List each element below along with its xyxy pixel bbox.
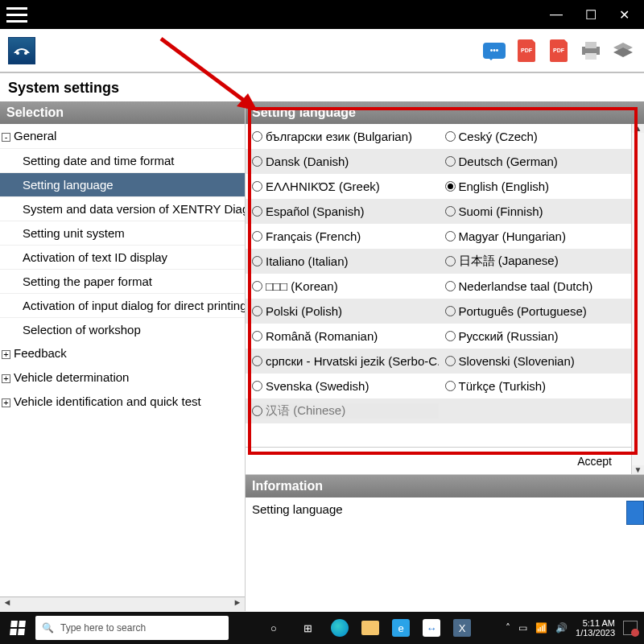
- tree-label: Vehicle determination: [14, 370, 129, 384]
- tree-vehicle-quick[interactable]: +Vehicle identification and quick test: [0, 390, 245, 414]
- language-option[interactable]: Magyar (Hungarian): [439, 229, 632, 243]
- stack-icon[interactable]: [610, 38, 636, 64]
- radio-icon: [445, 206, 456, 217]
- language-label: Ceský (Czech): [459, 130, 538, 143]
- collapse-icon[interactable]: -: [2, 133, 10, 142]
- language-row: Polski (Polish)Português (Portuguese): [246, 299, 631, 324]
- svg-marker-6: [613, 47, 633, 57]
- expand-icon[interactable]: +: [2, 374, 10, 383]
- language-option[interactable]: Deutsch (German): [439, 155, 632, 168]
- taskbar-search[interactable]: 🔍 Type here to search: [35, 616, 229, 640]
- language-option[interactable]: Slovenski (Slovenian): [439, 354, 632, 368]
- language-option[interactable]: Română (Romanian): [246, 329, 439, 343]
- maximize-button[interactable]: ☐: [585, 7, 597, 23]
- edge-icon[interactable]: [331, 619, 349, 637]
- language-row: български език (Bulgarian)Ceský (Czech): [246, 124, 631, 149]
- language-option[interactable]: Svenska (Swedish): [246, 379, 439, 393]
- language-option[interactable]: Polski (Polish): [246, 304, 439, 318]
- selection-header: Selection: [0, 101, 245, 124]
- setting-language-header: Setting language: [246, 101, 644, 124]
- scroll-left-icon[interactable]: ◄: [0, 597, 14, 611]
- language-label: Slovenski (Slovenian): [459, 354, 575, 368]
- explorer-icon[interactable]: [361, 621, 379, 635]
- language-option[interactable]: Italiano (Italian): [246, 254, 439, 268]
- language-label: Deutsch (German): [459, 155, 558, 168]
- language-label: Português (Portuguese): [459, 304, 587, 318]
- radio-icon: [445, 156, 456, 167]
- tree-label: General: [14, 129, 56, 142]
- language-option[interactable]: □□□ (Korean): [246, 279, 439, 293]
- language-option[interactable]: Nederlandse taal (Dutch): [439, 279, 632, 293]
- language-option[interactable]: Français (French): [246, 229, 439, 243]
- language-option[interactable]: Türkçe (Turkish): [439, 379, 632, 393]
- scroll-up-icon[interactable]: ▲: [634, 124, 642, 133]
- radio-icon: [445, 381, 456, 391]
- notifications-icon[interactable]: [623, 621, 638, 635]
- pdf-print-icon[interactable]: PDF: [546, 38, 572, 64]
- language-label: ΕΛΛΗΝΙΚΌΣ (Greek): [266, 180, 380, 193]
- tree-item[interactable]: Setting date and time format: [0, 148, 245, 172]
- xentry-icon[interactable]: X: [453, 619, 471, 637]
- scroll-right-icon[interactable]: ►: [230, 597, 245, 611]
- tree-general[interactable]: -General: [0, 124, 245, 148]
- remote-widget[interactable]: [626, 501, 644, 525]
- radio-icon: [252, 356, 262, 366]
- network-icon[interactable]: 📶: [535, 622, 547, 634]
- tree-item[interactable]: Activation of text ID display: [0, 245, 245, 269]
- volume-icon[interactable]: 🔊: [555, 622, 568, 634]
- teamviewer-icon[interactable]: ↔: [423, 619, 440, 637]
- language-option[interactable]: Español (Spanish): [246, 204, 439, 218]
- tree-item[interactable]: Activation of input dialog for direct pr…: [0, 293, 245, 317]
- tree-vehicle-det[interactable]: +Vehicle determination: [0, 365, 245, 390]
- tree-item-selected[interactable]: Setting language: [0, 172, 245, 196]
- accept-button[interactable]: Accept: [572, 453, 617, 469]
- tree-item[interactable]: System and data version of XENTRY Diagno…: [0, 196, 245, 221]
- language-option[interactable]: ΕΛΛΗΝΙΚΌΣ (Greek): [246, 180, 439, 193]
- taskbar-clock[interactable]: 5:11 AM 1/13/2023: [576, 618, 615, 638]
- cortana-icon[interactable]: ○: [263, 617, 284, 638]
- language-row: Français (French)Magyar (Hungarian): [246, 224, 631, 249]
- minimize-button[interactable]: —: [550, 7, 563, 22]
- language-option[interactable]: Suomi (Finnish): [439, 204, 632, 218]
- start-button[interactable]: [0, 612, 35, 644]
- language-option[interactable]: српски - Hrvatski jezik (Serbo-C...: [246, 354, 439, 368]
- radio-icon: [445, 181, 456, 192]
- language-label: Dansk (Danish): [266, 155, 349, 168]
- language-option[interactable]: Português (Portuguese): [439, 304, 632, 318]
- hamburger-icon[interactable]: [6, 4, 27, 25]
- language-option[interactable]: Dansk (Danish): [246, 155, 439, 168]
- vertical-scrollbar[interactable]: ▲ ▼: [631, 124, 644, 474]
- language-option[interactable]: Ceský (Czech): [439, 130, 632, 143]
- svg-rect-4: [585, 53, 597, 60]
- language-label: Italiano (Italian): [266, 254, 349, 268]
- language-option[interactable]: 日本語 (Japanese): [439, 254, 632, 269]
- language-label: Русский (Russian): [459, 329, 559, 343]
- tree-item[interactable]: Selection of workshop: [0, 317, 245, 341]
- home-button[interactable]: [8, 37, 35, 64]
- ie-icon[interactable]: e: [392, 619, 410, 637]
- language-row: српски - Hrvatski jezik (Serbo-C...Slove…: [246, 349, 631, 374]
- radio-icon: [252, 381, 262, 391]
- battery-icon[interactable]: ▭: [518, 622, 527, 634]
- language-option[interactable]: 汉语 (Chinese): [246, 403, 439, 419]
- horizontal-scrollbar[interactable]: ◄ ►: [0, 597, 245, 611]
- pdf-download-icon[interactable]: PDF: [514, 38, 539, 64]
- scroll-down-icon[interactable]: ▼: [634, 465, 642, 474]
- settings-tree: -General Setting date and time format Se…: [0, 124, 245, 597]
- information-header: Information: [246, 475, 644, 497]
- language-option[interactable]: English (English): [439, 180, 632, 193]
- tree-item[interactable]: Setting the paper format: [0, 269, 245, 293]
- language-option[interactable]: български език (Bulgarian): [246, 130, 439, 143]
- language-option[interactable]: Русский (Russian): [439, 329, 632, 343]
- taskview-icon[interactable]: ⊞: [297, 617, 318, 638]
- print-icon[interactable]: [578, 38, 604, 64]
- tray-expand-icon[interactable]: ˄: [506, 622, 510, 634]
- tree-item[interactable]: Setting unit system: [0, 221, 245, 245]
- chat-icon[interactable]: •••: [481, 38, 507, 64]
- expand-icon[interactable]: +: [2, 398, 10, 407]
- radio-icon: [252, 131, 262, 142]
- close-button[interactable]: ✕: [619, 7, 630, 23]
- expand-icon[interactable]: +: [2, 350, 10, 359]
- language-label: български език (Bulgarian): [266, 130, 412, 143]
- tree-feedback[interactable]: +Feedback: [0, 341, 245, 365]
